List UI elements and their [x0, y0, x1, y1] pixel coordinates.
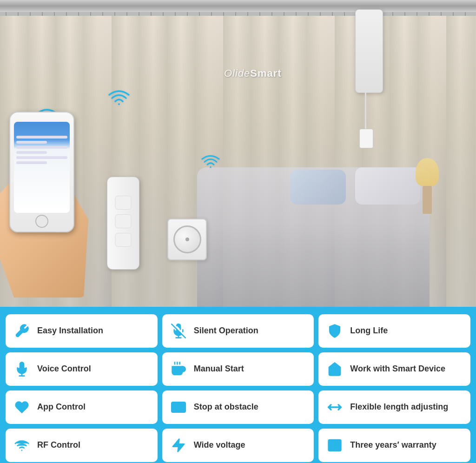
features-section: Easy Installation Silent Operation Long …	[0, 307, 476, 463]
rf-control-icon	[13, 437, 31, 454]
smartphone	[9, 112, 74, 232]
silent-operation-label: Silent Operation	[194, 326, 258, 336]
manual-start-label: Manual Start	[194, 364, 244, 374]
feature-card-rf-control: RF Control	[6, 429, 158, 462]
easy-installation-icon	[13, 322, 31, 340]
brand-logo: OlideSmart	[224, 67, 282, 79]
app-control-icon	[13, 398, 31, 416]
warranty-label: Three years′ warranty	[350, 440, 436, 450]
feature-card-wide-voltage: Wide voltage	[162, 429, 314, 462]
remote-button-1	[115, 196, 132, 210]
wifi-signal-2	[107, 88, 131, 111]
screen-line	[16, 141, 47, 144]
feature-card-app-control: App Control	[6, 390, 158, 424]
svg-text:保: 保	[331, 442, 338, 449]
screen-line	[16, 156, 67, 159]
screen-line	[16, 151, 47, 154]
screen-line	[16, 161, 47, 164]
work-smart-device-label: Work with Smart Device	[350, 364, 445, 374]
flexible-length-label: Flexible length adjusting	[350, 402, 448, 412]
phone-screen	[14, 122, 70, 213]
wall-switch	[167, 218, 207, 260]
manual-start-icon	[170, 360, 187, 378]
svg-point-8	[334, 366, 336, 367]
feature-card-stop-obstacle: Stop at obstacle	[162, 390, 314, 424]
brand-name-smart: Smart	[250, 67, 281, 79]
feature-card-manual-start: Manual Start	[162, 352, 314, 386]
feature-card-long-life: Long Life	[318, 314, 470, 348]
easy-installation-label: Easy Installation	[37, 326, 103, 336]
phone-screen-content	[16, 136, 67, 166]
app-control-label: App Control	[37, 402, 86, 412]
voice-control-label: Voice Control	[37, 364, 91, 374]
work-smart-device-icon	[326, 360, 344, 378]
stop-obstacle-icon	[170, 398, 187, 416]
warranty-icon: 保	[326, 437, 344, 454]
phone-hand	[0, 112, 88, 298]
pillow-1	[355, 167, 420, 205]
feature-card-silent-operation: Silent Operation	[162, 314, 314, 348]
feature-card-flexible-length: Flexible length adjusting	[318, 390, 470, 424]
pillow-2	[290, 170, 346, 205]
hero-section: OlideSmart	[0, 0, 476, 307]
lamp-base	[423, 186, 432, 214]
long-life-label: Long Life	[350, 326, 388, 336]
screen-line	[16, 146, 67, 149]
lamp-shade	[416, 158, 439, 186]
voice-control-icon	[13, 360, 31, 378]
wide-voltage-icon	[170, 437, 187, 454]
remote-control	[107, 177, 139, 270]
wide-voltage-label: Wide voltage	[194, 440, 245, 450]
feature-card-voice-control: Voice Control	[6, 352, 158, 386]
svg-marker-15	[173, 439, 184, 452]
wifi-signal-3	[200, 153, 221, 173]
remote-button-3	[115, 233, 132, 247]
feature-card-work-smart-device: Work with Smart Device	[318, 352, 470, 386]
screen-line	[16, 136, 67, 139]
bedside-lamp	[416, 158, 439, 214]
remote-button-2	[115, 214, 132, 228]
feature-card-warranty: 保 Three years′ warranty	[318, 429, 470, 462]
stop-obstacle-label: Stop at obstacle	[194, 402, 258, 412]
rf-control-label: RF Control	[37, 440, 80, 450]
flexible-length-icon	[326, 398, 344, 416]
silent-operation-icon	[170, 322, 187, 340]
phone-home-button	[35, 215, 48, 228]
curtain-motor	[355, 9, 383, 93]
feature-card-easy-installation: Easy Installation	[6, 314, 158, 348]
brand-name-olide: Olide	[224, 67, 250, 79]
rotary-dial	[173, 225, 201, 253]
long-life-icon	[326, 322, 344, 340]
curtain-rod	[0, 0, 476, 13]
